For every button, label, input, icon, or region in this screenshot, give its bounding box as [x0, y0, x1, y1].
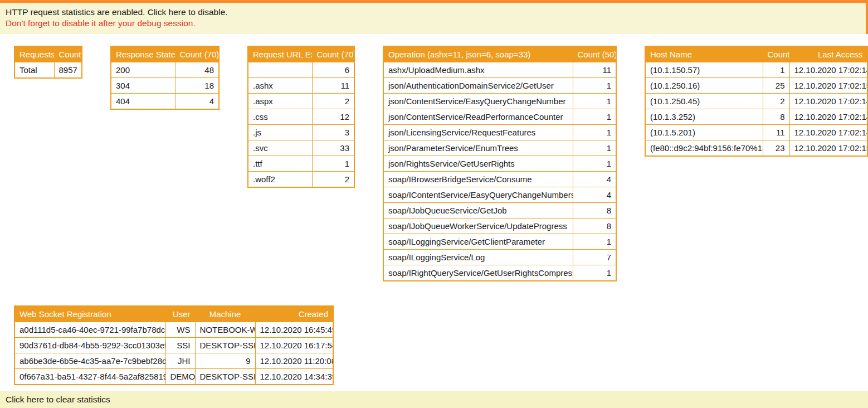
column-header-user: User [165, 306, 195, 322]
table-row: soap/IJobQueueService/GetJob 8 [383, 203, 616, 218]
cell: JHI [165, 353, 195, 369]
cell: 12.10.2020 14:34:39 [255, 369, 333, 385]
table-header-row: Web Socket Registration User Machine Cre… [14, 306, 333, 322]
cell: .woff2 [248, 172, 312, 188]
cell: 90d3761d-db84-4b55-9292-3cc01303efc9 [14, 338, 165, 353]
table-row: (10.1.150.57) 1 12.10.2020 17:02:14 [645, 62, 867, 78]
cell: 12.10.2020 17:02:14 [789, 94, 867, 109]
table-row: .ashx 11 [248, 78, 354, 94]
cell: 1 [573, 265, 616, 281]
statistics-content: Requests Count Total 8957 Response State… [0, 34, 868, 385]
cell: 1 [573, 125, 616, 140]
operation-table: Operation (ashx=11, json=6, soap=33) Cou… [383, 46, 617, 281]
table-header-row: Requests Count [14, 46, 82, 62]
cell: soap/IRightQueryService/GetUserRightsCom… [383, 265, 573, 281]
table-header-row: Request URL Ext Count (70) [248, 46, 354, 62]
cell: .ashx [248, 78, 312, 94]
cell: 18 [175, 78, 219, 94]
cell: 11 [763, 125, 789, 140]
cell: 12.10.2020 16:17:54 [255, 338, 333, 353]
table-row: ab6be3de-6b5e-4c35-aa7e-7c9bebf28d44 JHI… [14, 353, 333, 369]
cell: (fe80::d9c2:94bf:9156:fe70%13) [645, 140, 763, 157]
cell: .aspx [248, 94, 312, 109]
table-row: json/ContentService/ReadPerformanceCount… [383, 109, 616, 125]
cell: 6 [312, 62, 354, 78]
cell: 1 [573, 78, 616, 94]
table-row: 6 [248, 62, 354, 78]
table-row: 404 4 [111, 94, 219, 110]
table-row: 200 48 [111, 62, 219, 78]
table-row: 0f667a31-ba51-4327-8f44-5a2af8258199 DEM… [14, 369, 333, 385]
cell: 12.10.2020 17:02:14 [789, 62, 867, 78]
cell: 1 [573, 109, 616, 125]
cell: 0f667a31-ba51-4327-8f44-5a2af8258199 [14, 369, 165, 385]
table-row: .svc 33 [248, 140, 354, 156]
cell: (10.1.3.252) [645, 109, 763, 125]
column-header-machine: Machine [195, 306, 255, 322]
table-row: soap/IBrowserBridgeService/Consume 4 [383, 172, 616, 187]
column-header-count: Count [763, 46, 789, 62]
table-row: Total 8957 [14, 62, 82, 79]
http-statistics-page: HTTP request statistics are enabled. Cli… [0, 0, 868, 408]
table-row: (fe80::d9c2:94bf:9156:fe70%13) 23 12.10.… [645, 140, 867, 157]
cell: .js [248, 125, 312, 140]
column-header-web-socket-registration: Web Socket Registration [14, 306, 165, 322]
web-socket-registration-table: Web Socket Registration User Machine Cre… [14, 305, 334, 385]
host-name-table: Host Name Count Last Access (10.1.150.57… [645, 46, 868, 157]
table-row: soap/IRightQueryService/GetUserRightsCom… [383, 265, 616, 281]
banner-enabled-disable-text[interactable]: HTTP request statistics are enabled. Cli… [6, 7, 859, 18]
column-header-created: Created [255, 306, 333, 322]
cell: SSI [165, 338, 195, 353]
cell: soap/IBrowserBridgeService/Consume [383, 172, 573, 187]
table-row: .aspx 2 [248, 94, 354, 109]
table-row: ashx/UploadMedium.ashx 11 [383, 62, 616, 78]
cell: .css [248, 109, 312, 125]
table-row: soap/ILoggingService/GetClientParameter … [383, 234, 616, 250]
cell: 1 [573, 234, 616, 250]
request-url-ext-table: Request URL Ext Count (70) 6 .ashx 11 .a… [247, 46, 355, 188]
cell: 12.10.2020 17:02:14 [789, 109, 867, 125]
cell: 12.10.2020 17:02:15 [789, 78, 867, 94]
cell: json/RightsService/GetUserRights [383, 156, 573, 172]
cell: 8 [573, 203, 616, 218]
clear-statistics-button[interactable]: Click here to clear statistics [0, 391, 868, 408]
requests-table: Requests Count Total 8957 [14, 46, 82, 79]
cell: 1 [573, 140, 616, 156]
table-header-row: Host Name Count Last Access [645, 46, 867, 62]
cell: json/LicensingService/RequestFeatures [383, 125, 573, 140]
cell: soap/IJobQueueWorkerService/UpdateProgre… [383, 218, 573, 234]
column-header-count: Count [54, 46, 82, 62]
cell: 11 [312, 78, 354, 94]
cell: 12 [312, 109, 354, 125]
cell: 2 [312, 94, 354, 109]
cell: NOTEBOOK-WS [195, 322, 255, 338]
table-row: .woff2 2 [248, 172, 354, 188]
column-header-count: Count (70) [175, 46, 219, 62]
cell: 48 [175, 62, 219, 78]
stats-enabled-banner[interactable]: HTTP request statistics are enabled. Cli… [0, 0, 868, 34]
table-row: json/ParameterService/EnumTrees 1 [383, 140, 616, 156]
cell: 23 [763, 140, 789, 157]
cell: soap/ILoggingService/GetClientParameter [383, 234, 573, 250]
cell: 200 [111, 62, 175, 78]
cell: 12.10.2020 11:20:08 [255, 353, 333, 369]
cell: 7 [573, 250, 616, 265]
cell: 1 [573, 156, 616, 172]
cell: 304 [111, 78, 175, 94]
table-row: json/LicensingService/RequestFeatures 1 [383, 125, 616, 140]
cell: 1 [763, 62, 789, 78]
cell: json/ContentService/EasyQueryChangeNumbe… [383, 94, 573, 109]
cell: 8 [573, 218, 616, 234]
clear-statistics-label[interactable]: Click here to clear statistics [6, 395, 110, 404]
table-row: 90d3761d-db84-4b55-9292-3cc01303efc9 SSI… [14, 338, 333, 353]
cell: 11 [573, 62, 616, 78]
cell: ashx/UploadMedium.ashx [383, 62, 573, 78]
table-row: a0d111d5-ca46-40ec-9721-99fa7b78dca1 WS … [14, 322, 333, 338]
table-row: soap/IContentService/EasyQueryChangeNumb… [383, 187, 616, 203]
cell: 8 [763, 109, 789, 125]
cell: 1 [573, 94, 616, 109]
cell: 9 [195, 353, 255, 369]
cell: 3 [312, 125, 354, 140]
cell: Total [14, 62, 54, 79]
cell: json/ParameterService/EnumTrees [383, 140, 573, 156]
